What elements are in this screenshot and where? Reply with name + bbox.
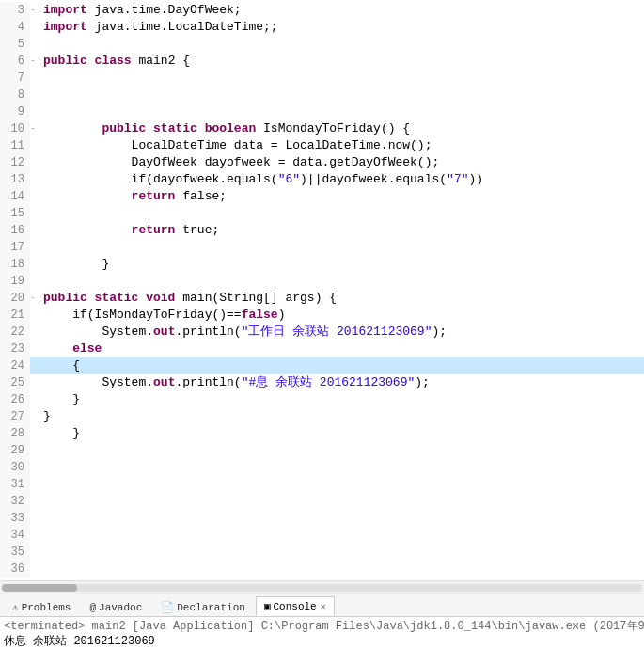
scrollbar-thumb[interactable] xyxy=(2,584,77,592)
code-line-22: 22 System.out.println("工作日 余联站 201621123… xyxy=(0,324,644,340)
line-number: 14 xyxy=(0,188,30,205)
code-line-26: 26 } xyxy=(0,391,644,408)
console-output-line: 休息 余联站 201621123069 xyxy=(4,634,640,649)
line-number: 28 xyxy=(0,425,30,442)
tab-javadoc[interactable]: @Javadoc xyxy=(81,598,150,616)
tab-console[interactable]: ▣Console✕ xyxy=(256,596,335,616)
code-lines: 3-import java.time.DayOfWeek;4import jav… xyxy=(0,0,644,578)
code-line-10: 10- public static boolean IsMondayToFrid… xyxy=(0,120,644,137)
code-line-19: 19 xyxy=(0,273,644,290)
line-content: public static boolean IsMondayToFriday()… xyxy=(39,120,410,137)
code-line-12: 12 DayOfWeek dayofweek = data.getDayOfWe… xyxy=(0,154,644,171)
code-line-29: 29 xyxy=(0,442,644,459)
scrollbar-track[interactable] xyxy=(2,584,642,592)
fold-indicator: - xyxy=(30,120,39,137)
line-content: import java.time.DayOfWeek; xyxy=(39,2,242,19)
line-content: return true; xyxy=(39,222,219,239)
tab-icon: ▣ xyxy=(264,600,271,612)
line-content: if(IsMondayToFriday()==false) xyxy=(39,307,285,324)
line-content: } xyxy=(39,408,51,425)
tab-declaration[interactable]: 📄Declaration xyxy=(152,597,254,616)
code-line-8: 8 xyxy=(0,87,644,103)
tab-label: Problems xyxy=(22,602,71,613)
line-number: 16 xyxy=(0,222,30,239)
code-line-9: 9 xyxy=(0,103,644,120)
code-line-11: 11 LocalDateTime data = LocalDateTime.no… xyxy=(0,137,644,154)
line-number: 3 xyxy=(0,2,30,19)
tab-problems[interactable]: ⚠Problems xyxy=(4,597,79,616)
code-line-23: 23 else xyxy=(0,340,644,357)
line-content: System.out.println("工作日 余联站 201621123069… xyxy=(39,324,447,340)
line-number: 5 xyxy=(0,36,30,53)
line-content: { xyxy=(39,357,644,374)
code-line-3: 3-import java.time.DayOfWeek; xyxy=(0,2,644,19)
code-line-32: 32 xyxy=(0,493,644,510)
line-content: System.out.println("#息 余联站 201621123069"… xyxy=(39,374,430,391)
code-line-20: 20-public static void main(String[] args… xyxy=(0,290,644,307)
tab-label: Javadoc xyxy=(99,602,142,613)
line-number: 36 xyxy=(0,561,30,578)
code-line-18: 18 } xyxy=(0,256,644,273)
tab-label: Console xyxy=(274,601,317,612)
tab-icon: @ xyxy=(89,602,96,613)
line-content: } xyxy=(39,256,109,273)
line-content: if(dayofweek.equals("6")||dayofweek.equa… xyxy=(39,171,483,188)
horizontal-scrollbar[interactable] xyxy=(0,580,644,594)
line-number: 19 xyxy=(0,273,30,290)
fold-indicator: - xyxy=(30,53,39,70)
code-line-6: 6-public class main2 { xyxy=(0,53,644,70)
fold-indicator: - xyxy=(30,290,39,307)
line-number: 30 xyxy=(0,459,30,476)
code-line-27: 27} xyxy=(0,408,644,425)
line-content: LocalDateTime data = LocalDateTime.now()… xyxy=(39,137,432,154)
code-line-16: 16 return true; xyxy=(0,222,644,239)
line-number: 8 xyxy=(0,87,30,103)
line-number: 33 xyxy=(0,510,30,527)
line-number: 7 xyxy=(0,70,30,87)
code-line-33: 33 xyxy=(0,510,644,527)
code-line-7: 7 xyxy=(0,70,644,87)
tab-label: Declaration xyxy=(177,602,245,613)
line-number: 23 xyxy=(0,340,30,357)
line-number: 17 xyxy=(0,239,30,256)
line-number: 4 xyxy=(0,19,30,36)
line-content: public class main2 { xyxy=(39,53,190,70)
line-number: 21 xyxy=(0,307,30,324)
line-content: public static void main(String[] args) { xyxy=(39,290,337,307)
code-line-36: 36 xyxy=(0,561,644,578)
code-line-28: 28 } xyxy=(0,425,644,442)
fold-indicator: - xyxy=(30,2,39,19)
tab-icon: ⚠ xyxy=(12,601,19,613)
line-number: 11 xyxy=(0,137,30,154)
line-number: 31 xyxy=(0,476,30,493)
line-number: 18 xyxy=(0,256,30,273)
line-content: else xyxy=(39,340,102,357)
code-line-4: 4import java.time.LocalDateTime;; xyxy=(0,19,644,36)
line-content: return false; xyxy=(39,188,227,205)
line-number: 12 xyxy=(0,154,30,171)
code-line-17: 17 xyxy=(0,239,644,256)
line-number: 20 xyxy=(0,290,30,307)
line-number: 35 xyxy=(0,544,30,561)
line-number: 9 xyxy=(0,103,30,120)
tab-close-icon[interactable]: ✕ xyxy=(321,601,326,612)
line-number: 13 xyxy=(0,171,30,188)
line-content: import java.time.LocalDateTime;; xyxy=(39,19,278,36)
line-number: 34 xyxy=(0,527,30,544)
code-line-30: 30 xyxy=(0,459,644,476)
line-number: 29 xyxy=(0,442,30,459)
line-content: } xyxy=(39,425,80,442)
code-line-24: 24 { xyxy=(0,357,644,374)
line-number: 27 xyxy=(0,408,30,425)
code-line-31: 31 xyxy=(0,476,644,493)
code-line-25: 25 System.out.println("#息 余联站 2016211230… xyxy=(0,374,644,391)
code-line-13: 13 if(dayofweek.equals("6")||dayofweek.e… xyxy=(0,171,644,188)
line-number: 6 xyxy=(0,53,30,70)
line-number: 26 xyxy=(0,391,30,408)
code-line-14: 14 return false; xyxy=(0,188,644,205)
code-line-34: 34 xyxy=(0,527,644,544)
tab-icon: 📄 xyxy=(161,601,174,613)
bottom-tab-bar: ⚠Problems@Javadoc📄Declaration▣Console✕ xyxy=(0,594,644,616)
line-number: 10 xyxy=(0,120,30,137)
line-number: 25 xyxy=(0,374,30,391)
